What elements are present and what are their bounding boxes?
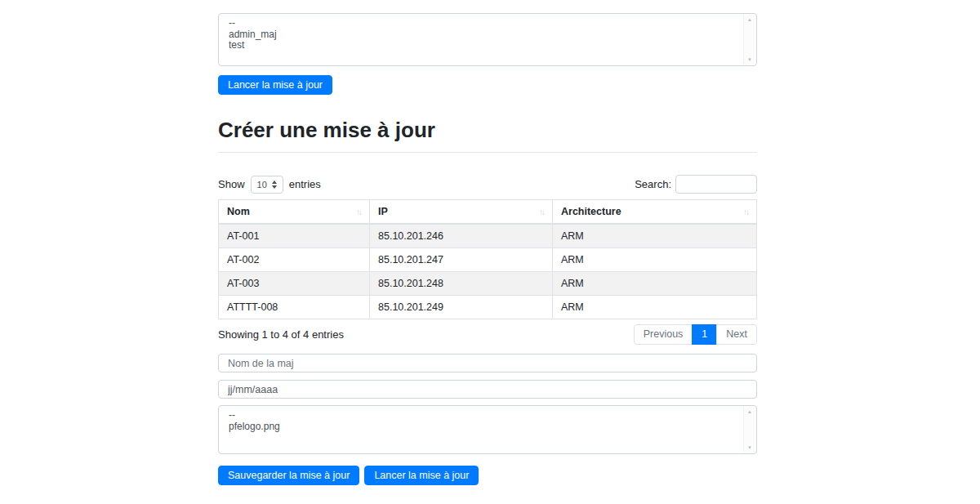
search-label: Search:: [635, 178, 671, 190]
scroll-down-icon[interactable]: ▼: [747, 57, 752, 62]
cell-architecture: ARM: [553, 296, 757, 319]
scrollbar[interactable]: ▲ ▼: [743, 407, 755, 453]
divider: [218, 152, 757, 153]
scroll-up-icon[interactable]: ▲: [747, 409, 752, 414]
sort-icon[interactable]: ↑↓: [743, 207, 748, 216]
cell-ip: 85.10.201.246: [370, 224, 553, 248]
scroll-up-icon[interactable]: ▲: [747, 17, 752, 22]
column-header-ip[interactable]: IP↑↓: [370, 200, 553, 225]
cell-ip: 85.10.201.248: [370, 272, 553, 296]
file-select[interactable]: -- pfelogo.png ▲ ▼: [218, 405, 757, 454]
cell-nom: ATTTT-008: [219, 296, 370, 319]
sort-icon[interactable]: ↑↓: [356, 207, 361, 216]
maj-name-input[interactable]: [218, 354, 757, 372]
datatable-controls: Show 10 entries Search:: [218, 175, 757, 194]
pagination: Previous 1 Next: [634, 324, 757, 345]
devices-table: Nom↑↓ IP↑↓ Architecture↑↓ AT-001 85.10.2…: [218, 199, 757, 319]
select-caret-icon: [272, 181, 277, 189]
cell-architecture: ARM: [553, 224, 757, 248]
table-row[interactable]: AT-002 85.10.201.247 ARM: [219, 248, 757, 272]
page-container: -- admin_maj test ▲ ▼ Lancer la mise à j…: [218, 0, 757, 485]
form-buttons: Sauvegarder la mise à jour Lancer la mis…: [218, 466, 757, 485]
cell-nom: AT-003: [219, 272, 370, 296]
column-label: IP: [378, 206, 388, 217]
table-info: Showing 1 to 4 of 4 entries: [218, 328, 344, 341]
cell-nom: AT-001: [219, 224, 370, 248]
cell-ip: 85.10.201.249: [370, 296, 553, 319]
table-row[interactable]: AT-003 85.10.201.248 ARM: [219, 272, 757, 296]
script-option[interactable]: admin_maj: [229, 29, 735, 41]
cell-architecture: ARM: [553, 272, 757, 296]
table-row[interactable]: AT-001 85.10.201.246 ARM: [219, 224, 757, 248]
pagination-page-1[interactable]: 1: [692, 324, 717, 345]
column-label: Architecture: [561, 206, 621, 217]
file-option[interactable]: pfelogo.png: [229, 421, 735, 433]
page-length-control: Show 10 entries: [218, 176, 321, 194]
script-select[interactable]: -- admin_maj test ▲ ▼: [218, 13, 757, 66]
launch-update-button[interactable]: Lancer la mise à jour: [364, 466, 479, 485]
scrollbar[interactable]: ▲ ▼: [743, 15, 755, 65]
datatable-footer: Showing 1 to 4 of 4 entries Previous 1 N…: [218, 324, 757, 345]
pagination-previous[interactable]: Previous: [634, 324, 693, 345]
column-label: Nom: [227, 206, 250, 217]
file-option[interactable]: --: [229, 410, 735, 421]
page-length-value: 10: [257, 180, 267, 190]
script-option[interactable]: test: [229, 40, 735, 51]
column-header-nom[interactable]: Nom↑↓: [219, 200, 370, 225]
page-length-select[interactable]: 10: [251, 176, 283, 194]
sort-icon[interactable]: ↑↓: [539, 207, 544, 216]
launch-update-button[interactable]: Lancer la mise à jour: [218, 75, 332, 95]
maj-date-input[interactable]: [218, 380, 757, 399]
cell-architecture: ARM: [553, 248, 757, 272]
pagination-next[interactable]: Next: [716, 324, 757, 345]
table-row[interactable]: ATTTT-008 85.10.201.249 ARM: [219, 296, 757, 319]
show-label: Show: [218, 178, 245, 190]
cell-ip: 85.10.201.247: [370, 248, 553, 272]
table-header-row: Nom↑↓ IP↑↓ Architecture↑↓: [219, 200, 757, 225]
search-input[interactable]: [675, 175, 757, 194]
entries-label: entries: [289, 178, 321, 190]
column-header-architecture[interactable]: Architecture↑↓: [553, 200, 757, 225]
save-update-button[interactable]: Sauvegarder la mise à jour: [218, 466, 359, 485]
script-option[interactable]: --: [229, 18, 735, 29]
scroll-down-icon[interactable]: ▼: [747, 445, 752, 450]
cell-nom: AT-002: [219, 248, 370, 272]
page-title: Créer une mise à jour: [218, 119, 757, 140]
search-control: Search:: [635, 175, 757, 194]
